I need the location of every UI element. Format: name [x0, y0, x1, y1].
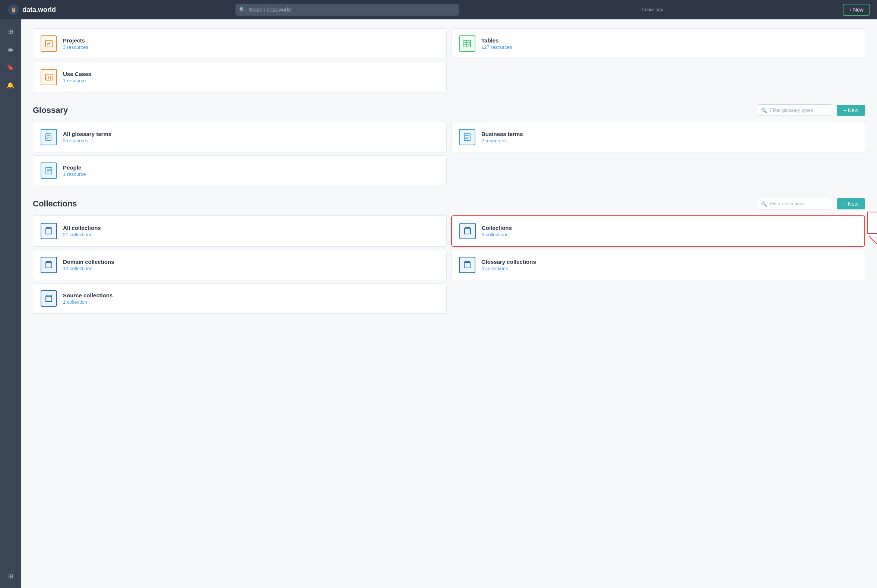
domain-collections-text: Domain collections 13 collections	[63, 259, 114, 271]
page-wrapper: Projects 3 resources	[21, 20, 877, 588]
tables-icon	[459, 35, 475, 52]
collections-header: Collections 🔍 + New	[33, 198, 865, 209]
all-glossary-icon	[40, 129, 57, 146]
sidebar: ⊞ ◉ 🔖 🔔 ⊞	[0, 20, 21, 588]
sidebar-item-bell[interactable]: 🔔	[3, 78, 18, 92]
all-glossary-card[interactable]: All glossary terms 3 resources	[33, 122, 447, 152]
resources-section: Projects 3 resources	[33, 28, 865, 92]
glossary-new-button[interactable]: + New	[837, 105, 865, 116]
domain-collections-icon	[40, 257, 57, 273]
glossary-title: Glossary	[33, 105, 68, 115]
all-collections-count: 21 collections	[63, 232, 101, 237]
glossary-row1: All glossary terms 3 resources	[33, 122, 865, 152]
use-cases-text: Use Cases 1 resource	[63, 71, 91, 84]
collections-controls: 🔍 + New	[758, 198, 865, 209]
tables-text: Tables 127 resources	[481, 37, 512, 50]
tables-name: Tables	[481, 37, 512, 44]
apps-icon: ⊞	[8, 573, 13, 580]
domain-collections-card[interactable]: Domain collections 13 collections	[33, 250, 447, 280]
collections-count: 3 collections	[482, 232, 512, 237]
projects-icon	[40, 35, 57, 52]
projects-text: Projects 3 resources	[63, 37, 88, 50]
business-terms-text: Business terms 2 resources	[481, 131, 523, 144]
people-count: 1 resource	[63, 171, 86, 177]
use-cases-count: 1 resource	[63, 78, 91, 84]
resources-row2: Use Cases 1 resource	[33, 62, 865, 92]
business-terms-count: 2 resources	[481, 138, 523, 144]
glossary-collections-text: Glossary collections 4 collections	[481, 259, 536, 271]
source-collections-icon	[40, 290, 57, 307]
people-card[interactable]: People 1 resource	[33, 155, 447, 186]
sidebar-item-compass[interactable]: ◉	[3, 42, 18, 57]
collections-row2: Domain collections 13 collections	[33, 250, 865, 280]
use-cases-icon	[40, 69, 57, 86]
annotation-container: Types of collections	[867, 212, 877, 251]
glossary-collections-icon	[459, 257, 475, 273]
use-cases-name: Use Cases	[63, 71, 91, 77]
collections-title: Collections	[33, 199, 77, 208]
collections-icon	[459, 223, 476, 239]
svg-rect-15	[45, 135, 46, 140]
all-collections-card[interactable]: All collections 21 collections	[33, 215, 447, 247]
source-collections-card[interactable]: Source collections 1 collection	[33, 283, 447, 314]
all-glossary-count: 3 resources	[63, 138, 111, 144]
business-terms-card[interactable]: Business terms 2 resources	[451, 122, 865, 152]
tables-count: 127 resources	[481, 44, 512, 50]
top-new-button[interactable]: + New	[843, 4, 870, 16]
people-icon	[40, 162, 57, 179]
collections-section: Collections 🔍 + New	[33, 198, 865, 314]
search-icon: 🔍	[239, 7, 246, 13]
glossary-filter-input[interactable]	[758, 104, 832, 116]
projects-card[interactable]: Projects 3 resources	[33, 28, 447, 59]
main-layout: ⊞ ◉ 🔖 🔔 ⊞	[0, 20, 877, 588]
sidebar-item-apps[interactable]: ⊞	[3, 568, 18, 584]
source-collections-name: Source collections	[63, 292, 112, 298]
people-text: People 1 resource	[63, 164, 86, 177]
all-collections-icon	[40, 223, 57, 239]
svg-text:🦉: 🦉	[10, 7, 17, 13]
source-collections-count: 1 collection	[63, 299, 112, 305]
search-bar[interactable]: 🔍	[235, 4, 459, 16]
collections-name: Collections	[482, 225, 512, 231]
use-cases-card[interactable]: Use Cases 1 resource	[33, 62, 447, 92]
annotation-box: Types of collections	[867, 212, 877, 234]
collections-filter-wrap: 🔍	[758, 198, 832, 209]
collections-row1: All collections 21 collections	[33, 215, 865, 247]
glossary-controls: 🔍 + New	[758, 104, 865, 116]
last-updated: 4 days ago	[641, 7, 663, 12]
business-terms-icon	[459, 129, 475, 146]
glossary-collections-name: Glossary collections	[481, 259, 536, 265]
business-terms-name: Business terms	[481, 131, 523, 137]
bookmark-icon: 🔖	[7, 64, 14, 71]
glossary-row2: People 1 resource	[33, 155, 865, 186]
domain-collections-name: Domain collections	[63, 259, 114, 265]
collections-new-button[interactable]: + New	[837, 198, 865, 209]
annotation-arrow	[867, 232, 877, 251]
bell-icon: 🔔	[7, 82, 14, 88]
all-collections-text: All collections 21 collections	[63, 225, 101, 237]
logo-text: data.world	[22, 6, 56, 14]
collections-card[interactable]: Collections 3 collections	[451, 215, 865, 247]
glossary-section: Glossary 🔍 + New	[33, 104, 865, 186]
search-input[interactable]	[235, 4, 459, 16]
svg-rect-3	[464, 40, 471, 47]
collections-text: Collections 3 collections	[482, 225, 512, 237]
glossary-collections-card[interactable]: Glossary collections 4 collections	[451, 250, 865, 280]
projects-count: 3 resources	[63, 44, 88, 50]
collections-filter-icon: 🔍	[761, 201, 767, 206]
all-glossary-text: All glossary terms 3 resources	[63, 131, 111, 144]
collections-filter-input[interactable]	[758, 198, 832, 209]
projects-name: Projects	[63, 37, 88, 44]
glossary-filter-wrap: 🔍	[758, 104, 832, 116]
people-name: People	[63, 164, 86, 171]
glossary-header: Glossary 🔍 + New	[33, 104, 865, 116]
logo[interactable]: 🦉 data.world	[7, 4, 56, 16]
all-glossary-name: All glossary terms	[63, 131, 111, 137]
resources-row1: Projects 3 resources	[33, 28, 865, 59]
sidebar-item-bookmark[interactable]: 🔖	[3, 60, 18, 75]
tables-card[interactable]: Tables 127 resources	[451, 28, 865, 59]
glossary-collections-count: 4 collections	[481, 266, 536, 271]
sidebar-item-grid[interactable]: ⊞	[3, 24, 18, 39]
topbar: 🦉 data.world 🔍 4 days ago + New	[0, 0, 877, 20]
compass-icon: ◉	[8, 46, 13, 53]
